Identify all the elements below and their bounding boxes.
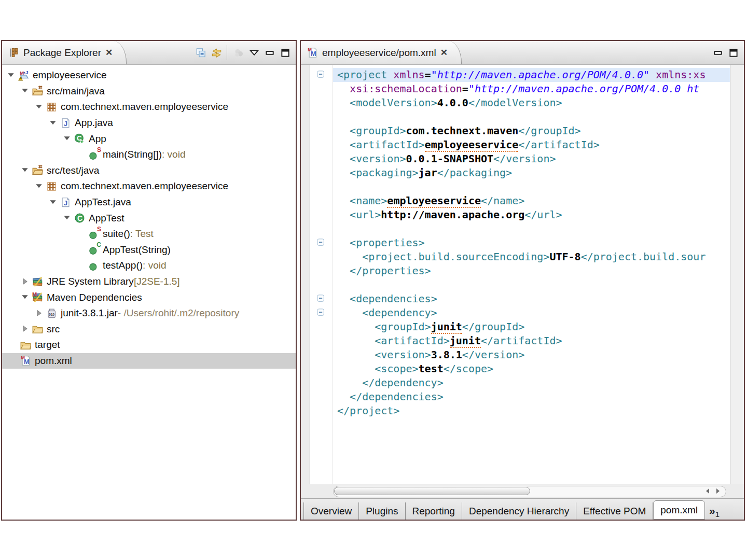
tree-item-src[interactable]: src bbox=[2, 321, 296, 338]
tree-item-employeeservice[interactable]: M J employeeservice bbox=[2, 67, 296, 83]
collapse-arrow-icon[interactable] bbox=[5, 71, 17, 80]
bottom-tab-plugins[interactable]: Plugins bbox=[359, 502, 405, 520]
package-icon bbox=[46, 181, 57, 192]
fold-collapse-icon[interactable] bbox=[317, 239, 325, 247]
tree-item-decoration: [J2SE-1.5] bbox=[134, 276, 180, 287]
tree-item-suite-[interactable]: Ssuite() : Test bbox=[2, 226, 296, 242]
vertical-scrollbar[interactable] bbox=[730, 65, 744, 484]
tree-item-junit-3-8-1-jar[interactable]: 010junit-3.8.1.jar - /Users/rohit/.m2/re… bbox=[2, 305, 296, 321]
code-token: 0.0.1-SNAPSHOT bbox=[406, 152, 493, 165]
tree-item-com-technext-maven-employeeservice[interactable]: com.technext.maven.employeeservice bbox=[2, 178, 296, 194]
code-line: <project xmlns="http://maven.apache.org/… bbox=[333, 68, 730, 82]
collapse-arrow-icon[interactable] bbox=[19, 87, 31, 95]
link-with-editor-button[interactable] bbox=[208, 41, 224, 64]
tab-overflow-chevron[interactable]: »1 bbox=[705, 505, 726, 520]
collapse-arrow-icon[interactable] bbox=[61, 214, 73, 222]
code-token: <artifactId> bbox=[375, 334, 450, 347]
collapse-arrow-icon[interactable] bbox=[61, 134, 73, 143]
tree-item-app[interactable]: C App bbox=[2, 131, 296, 147]
svg-text:J: J bbox=[25, 70, 29, 75]
code-line: <artifactId>employeeservice</artifactId> bbox=[333, 138, 730, 152]
tree-item-main-string-[interactable]: Smain(String[]) : void bbox=[2, 147, 296, 163]
package-explorer-view-tab[interactable]: Package Explorer ✕ bbox=[2, 41, 127, 64]
bottom-tab-pom-xml[interactable]: pom.xml bbox=[653, 500, 705, 520]
fold-collapse-icon[interactable] bbox=[317, 309, 325, 317]
fold-collapse-icon[interactable] bbox=[317, 71, 325, 79]
editor-tab-pom-xml[interactable]: M M employeeservice/pom.xml ✕ bbox=[301, 41, 462, 64]
h-scroll-thumb[interactable] bbox=[334, 487, 530, 495]
view-menu-button[interactable] bbox=[246, 41, 261, 64]
expand-arrow-icon[interactable] bbox=[19, 277, 31, 286]
jar-icon: 010 bbox=[46, 308, 57, 319]
runnable-class-icon: C bbox=[74, 133, 85, 144]
tree-item-apptest-java[interactable]: JAppTest.java bbox=[2, 194, 296, 211]
collapse-arrow-icon[interactable] bbox=[47, 119, 59, 128]
scroll-right-arrow-icon[interactable] bbox=[714, 487, 722, 495]
collapse-arrow-icon[interactable] bbox=[33, 182, 45, 191]
code-line bbox=[333, 180, 730, 194]
minimize-button[interactable] bbox=[261, 41, 277, 64]
editor-area: M M employeeservice/pom.xml ✕ <project x… bbox=[300, 40, 745, 521]
tree-item-pom-xml[interactable]: M Mpom.xml bbox=[2, 353, 296, 369]
collapse-arrow-icon[interactable] bbox=[19, 166, 31, 175]
tree-item-app-java[interactable]: JApp.java bbox=[2, 115, 296, 131]
code-token: test bbox=[419, 362, 444, 375]
tree-item-src-test-java[interactable]: src/test/java bbox=[2, 163, 296, 179]
code-token: </scope> bbox=[444, 362, 493, 375]
folder-icon bbox=[20, 340, 31, 351]
tree-item-jre-system-library[interactable]: JRE System Library [J2SE-1.5] bbox=[2, 274, 296, 290]
svg-text:010: 010 bbox=[49, 312, 54, 316]
tree-item-qualifier: - /Users/rohit/.m2/repository bbox=[118, 307, 239, 319]
close-icon[interactable]: ✕ bbox=[105, 48, 113, 57]
fold-collapse-icon[interactable] bbox=[317, 295, 325, 303]
bottom-tab-overview[interactable]: Overview bbox=[303, 502, 359, 520]
collapse-all-button[interactable] bbox=[192, 41, 208, 64]
collapse-arrow-icon[interactable] bbox=[33, 103, 45, 111]
package-explorer-view: Package Explorer ✕ M J employeeservice s… bbox=[1, 40, 297, 521]
code-token: </artifactId> bbox=[481, 334, 562, 347]
tree-item-label: suite() bbox=[103, 228, 130, 240]
tree-item-label: App.java bbox=[75, 117, 113, 129]
bottom-tab-effective-pom[interactable]: Effective POM bbox=[576, 502, 653, 520]
tree-item-target[interactable]: target bbox=[2, 337, 296, 353]
editor-page-tabs: OverviewPluginsReportingDependency Hiera… bbox=[301, 498, 744, 520]
tree-item-testapp-[interactable]: testApp() : void bbox=[2, 258, 296, 274]
tree-item-apptest-string-[interactable]: CAppTest(String) bbox=[2, 242, 296, 258]
tree-item-label: src/main/java bbox=[47, 86, 105, 97]
maven-project-icon: M J bbox=[18, 70, 29, 81]
minimize-button[interactable] bbox=[710, 41, 725, 64]
code-token: <properties> bbox=[350, 236, 425, 249]
code-token: junit bbox=[431, 320, 462, 334]
code-token: 4.0.0 bbox=[437, 96, 468, 109]
editor-code-area[interactable]: <project xmlns="http://maven.apache.org/… bbox=[333, 65, 730, 484]
library-icon bbox=[32, 276, 43, 287]
tree-item-src-main-java[interactable]: src/main/java bbox=[2, 83, 296, 100]
expand-arrow-icon[interactable] bbox=[19, 325, 31, 333]
code-line bbox=[333, 110, 730, 124]
annotation-ruler bbox=[301, 65, 309, 484]
class-icon: C bbox=[74, 213, 85, 223]
workbench: { "colors": { "frame_border": "#5e3c3c",… bbox=[0, 0, 747, 560]
code-token: xmlns bbox=[387, 68, 424, 81]
bottom-tab-dependency-hierarchy[interactable]: Dependency Hierarchy bbox=[462, 502, 576, 520]
maximize-button[interactable] bbox=[277, 41, 293, 64]
code-line: <scope>test</scope> bbox=[333, 362, 730, 376]
expand-arrow-icon[interactable] bbox=[33, 309, 45, 318]
tree-item-apptest[interactable]: CAppTest bbox=[2, 210, 296, 226]
code-token: <dependency> bbox=[362, 306, 437, 319]
collapse-arrow-icon[interactable] bbox=[47, 198, 59, 207]
folding-margin bbox=[309, 65, 333, 484]
tree-item-com-technext-maven-employeeservice[interactable]: com.technext.maven.employeeservice bbox=[2, 99, 296, 115]
package-explorer-header: Package Explorer ✕ bbox=[2, 41, 296, 65]
code-token: xmlns:xs bbox=[649, 68, 706, 81]
bottom-tab-reporting[interactable]: Reporting bbox=[406, 502, 462, 520]
tree-item-label: src/test/java bbox=[47, 165, 99, 176]
horizontal-scrollbar[interactable] bbox=[333, 486, 726, 497]
tree-item-maven-dependencies[interactable]: MMaven Dependencies bbox=[2, 289, 296, 305]
collapse-arrow-icon[interactable] bbox=[19, 293, 31, 302]
close-icon[interactable]: ✕ bbox=[440, 48, 448, 57]
code-line: xsi:schemaLocation="http://maven.apache.… bbox=[333, 82, 730, 96]
tree-item-label: com.technext.maven.employeeservice bbox=[61, 101, 228, 113]
scroll-left-arrow-icon[interactable] bbox=[704, 487, 711, 495]
maximize-button[interactable] bbox=[725, 41, 741, 64]
